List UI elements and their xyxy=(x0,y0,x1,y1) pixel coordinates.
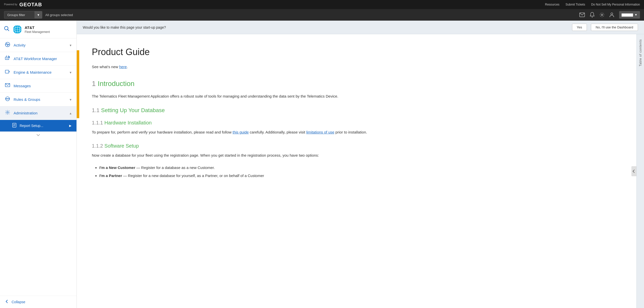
sidebar-item-report-setup-label: Report Setup... xyxy=(20,124,69,128)
sidebar-item-att-workforce-label: AT&T Workforce Manager xyxy=(14,57,71,61)
report-setup-icon xyxy=(12,123,17,128)
sidebar-item-rules-groups[interactable]: Rules & Groups ▾ xyxy=(0,93,76,106)
svg-rect-13 xyxy=(5,57,9,60)
sidebar-item-engine-label: Engine & Maintenance xyxy=(14,70,70,74)
guide-subtitle-prefix: See what's new xyxy=(92,65,119,69)
all-groups-text: All groups selected xyxy=(45,13,73,17)
svg-marker-17 xyxy=(9,71,10,72)
guide-content: Product Guide See what's new here. 1 Int… xyxy=(77,34,636,308)
activity-expand-icon: ▾ xyxy=(70,43,71,47)
svg-point-14 xyxy=(7,58,8,59)
svg-point-5 xyxy=(5,26,8,30)
sidebar: AT&T Fleet Management Activity ▾ xyxy=(0,21,77,308)
list-item-new-customer: I'm a New Customer — Register for a data… xyxy=(99,164,621,171)
guide-title: Product Guide xyxy=(92,44,621,60)
rules-icon xyxy=(5,96,10,103)
messages-icon xyxy=(5,83,10,89)
startup-bar: Would you like to make this page your st… xyxy=(77,21,644,34)
bell-icon[interactable] xyxy=(590,12,594,18)
groups-filter-label: Groups filter xyxy=(4,13,34,17)
svg-point-20 xyxy=(6,98,7,99)
activity-icon xyxy=(5,42,10,48)
powered-by-text: Powered by xyxy=(4,3,17,6)
subsection-1-1-2-text: Now create a database for your fleet usi… xyxy=(92,152,621,159)
sidebar-item-messages-label: Messages xyxy=(14,84,71,88)
list-item-partner: I'm a Partner — Register for a new datab… xyxy=(99,172,621,179)
svg-point-23 xyxy=(7,112,8,113)
guide-here-link[interactable]: here xyxy=(119,65,127,69)
search-icon[interactable] xyxy=(4,26,10,33)
svg-point-3 xyxy=(601,14,603,16)
administration-icon xyxy=(5,110,10,116)
report-setup-arrow: ▶ xyxy=(69,124,71,127)
content-area: Would you like to make this page your st… xyxy=(77,21,644,308)
limitations-link[interactable]: limitations of use xyxy=(306,130,334,134)
sidebar-item-activity-label: Activity xyxy=(14,43,70,47)
sidebar-item-rules-label: Rules & Groups xyxy=(14,97,70,102)
toc-label: Table of contents xyxy=(639,39,642,66)
section-1-text: The Telematics Fleet Management Applicat… xyxy=(92,93,621,100)
user-dropdown-arrow: ▼ xyxy=(634,13,637,17)
sidebar-item-administration[interactable]: Administration ▴ xyxy=(0,106,76,120)
svg-point-22 xyxy=(8,98,9,99)
user-icon[interactable] xyxy=(610,12,614,17)
guide-wrapper: Product Guide See what's new here. 1 Int… xyxy=(77,34,644,308)
section-1-number: 1 xyxy=(92,80,98,87)
options-list: I'm a New Customer — Register for a data… xyxy=(99,164,621,179)
sidebar-item-engine-maintenance[interactable]: Engine & Maintenance ▾ xyxy=(0,66,76,79)
subsection-1-1-1-text: To prepare for, perform and verify your … xyxy=(92,129,621,136)
att-logo xyxy=(13,25,22,34)
groups-filter-select[interactable]: Groups filter ▾ xyxy=(4,11,42,19)
sidebar-collapse-button[interactable]: Collapse xyxy=(0,296,76,308)
subsection-1-1-2-heading: 1.1.2 Software Setup xyxy=(92,142,621,150)
main-layout: AT&T Fleet Management Activity ▾ xyxy=(0,21,644,308)
svg-point-4 xyxy=(611,13,613,15)
top-bar-brand: Powered by GEOTAB xyxy=(4,2,50,7)
sidebar-item-messages[interactable]: Messages xyxy=(0,79,76,93)
mail-icon[interactable] xyxy=(579,13,585,17)
svg-point-21 xyxy=(7,98,8,99)
rules-expand-icon: ▾ xyxy=(70,98,71,102)
this-guide-link[interactable]: this guide xyxy=(232,130,249,134)
sidebar-item-att-workforce[interactable]: AT&T Workforce Manager xyxy=(0,52,76,66)
do-not-sell-link[interactable]: Do Not Sell My Personal Information xyxy=(591,3,640,6)
svg-point-2 xyxy=(592,17,593,18)
guide-subtitle: See what's new here. xyxy=(92,64,621,70)
user-dropdown-label: ▇▇▇▇▇ xyxy=(622,13,633,17)
svg-line-6 xyxy=(8,29,9,31)
toc-sidebar[interactable]: Table of contents xyxy=(636,34,644,308)
section-1-heading: 1 Introduction xyxy=(92,78,621,90)
gear-icon[interactable] xyxy=(599,12,605,17)
collapse-label: Collapse xyxy=(12,300,25,304)
brand-logo: AT&T Fleet Management xyxy=(13,25,50,34)
filter-bar: Groups filter ▾ All groups selected xyxy=(0,9,644,21)
brand-name: AT&T xyxy=(25,25,50,30)
sidebar-item-administration-label: Administration xyxy=(14,111,70,115)
right-collapse-button[interactable] xyxy=(631,166,636,176)
active-indicator-bar xyxy=(77,50,79,118)
administration-collapse-icon: ▴ xyxy=(70,111,71,115)
brand-sub: Fleet Management xyxy=(25,30,50,34)
top-bar-links: Resources Submit Tickets Do Not Sell My … xyxy=(545,3,640,6)
att-workforce-icon xyxy=(5,56,10,62)
filter-bar-icons: ▇▇▇▇▇ ▼ xyxy=(579,11,640,19)
startup-question: Would you like to make this page your st… xyxy=(83,25,568,29)
scroll-down-indicator[interactable] xyxy=(0,132,76,138)
resources-link[interactable]: Resources xyxy=(545,3,559,6)
sidebar-item-activity[interactable]: Activity ▾ xyxy=(0,38,76,52)
groups-filter-dropdown-arrow[interactable]: ▾ xyxy=(34,11,42,19)
startup-yes-button[interactable]: Yes xyxy=(572,24,587,31)
subsection-1-1-1-heading: 1.1.1 Hardware Installation xyxy=(92,118,621,127)
submit-tickets-link[interactable]: Submit Tickets xyxy=(566,3,585,6)
top-bar: Powered by GEOTAB Resources Submit Ticke… xyxy=(0,0,644,9)
startup-no-button[interactable]: No, I'll use the Dashboard xyxy=(591,24,638,31)
engine-expand-icon: ▾ xyxy=(70,70,71,74)
collapse-icon xyxy=(5,299,9,304)
svg-text:GEOTAB: GEOTAB xyxy=(19,2,42,7)
sidebar-item-report-setup[interactable]: Report Setup... ▶ xyxy=(0,120,76,132)
sidebar-header: AT&T Fleet Management xyxy=(0,21,76,38)
subsection-1-1-heading: 1.1 Setting Up Your Database xyxy=(92,106,621,115)
engine-icon xyxy=(5,69,10,75)
user-dropdown[interactable]: ▇▇▇▇▇ ▼ xyxy=(619,11,640,19)
svg-rect-16 xyxy=(5,70,9,73)
